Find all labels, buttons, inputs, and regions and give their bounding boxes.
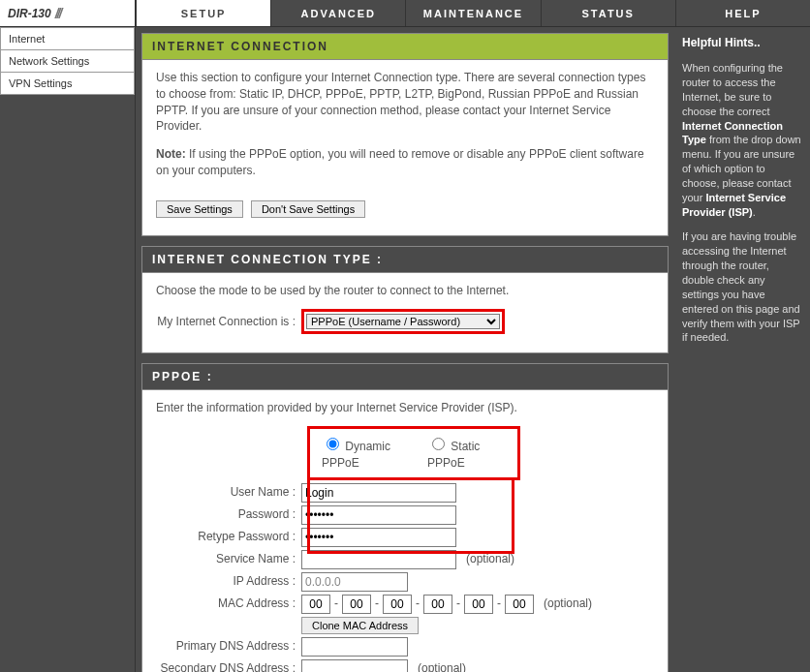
intro-note: Note: If using the PPPoE option, you wil… <box>156 146 654 179</box>
top-navigation: DIR-130 /// SETUP ADVANCED MAINTENANCE S… <box>0 0 810 27</box>
tab-maintenance[interactable]: MAINTENANCE <box>405 0 540 26</box>
help-paragraph-2: If you are having trouble accessing the … <box>682 229 802 345</box>
intro-note-label: Note: <box>156 147 186 161</box>
radio-static-pppoe-input[interactable] <box>432 438 445 450</box>
input-mac-1[interactable] <box>301 595 330 614</box>
clone-mac-button[interactable]: Clone MAC Address <box>301 617 419 634</box>
save-settings-button[interactable]: Save Settings <box>156 200 243 218</box>
label-ip-address: IP Address : <box>156 573 301 590</box>
sidebar: Internet Network Settings VPN Settings <box>0 27 136 672</box>
radio-dynamic-pppoe-input[interactable] <box>327 438 339 450</box>
main-content: INTERNET CONNECTION Use this section to … <box>136 27 674 672</box>
device-logo: DIR-130 /// <box>0 0 136 26</box>
radio-static-pppoe[interactable]: Static PPPoE <box>427 435 506 472</box>
label-primary-dns: Primary DNS Address : <box>156 638 301 655</box>
label-secondary-dns: Secondary DNS Address : <box>156 660 301 672</box>
input-service-name[interactable] <box>301 550 456 569</box>
tab-setup[interactable]: SETUP <box>136 0 270 26</box>
panel-pppoe: PPPOE : Enter the information provided b… <box>141 363 669 672</box>
help-header: Helpful Hints.. <box>682 35 802 50</box>
input-secondary-dns[interactable] <box>301 659 408 672</box>
intro-text: Use this section to configure your Inter… <box>156 70 654 135</box>
intro-note-text: If using the PPPoE option, you will need… <box>156 147 644 177</box>
sidebar-item-internet[interactable]: Internet <box>0 27 135 50</box>
sidebar-item-network-settings[interactable]: Network Settings <box>0 50 135 73</box>
pppoe-credentials-highlight: Dynamic PPPoE Static PPPoE <box>307 426 520 480</box>
label-mac-address: MAC Address : <box>156 596 301 612</box>
help-paragraph-1: When configuring the router to access th… <box>682 61 802 219</box>
panel-connection-type: INTERNET CONNECTION TYPE : Choose the mo… <box>141 246 669 354</box>
service-optional: (optional) <box>466 551 514 567</box>
input-username[interactable] <box>301 483 456 503</box>
tab-status[interactable]: STATUS <box>541 0 675 26</box>
device-model: DIR-130 <box>8 7 51 20</box>
panel-header-internet-connection: INTERNET CONNECTION <box>142 34 668 60</box>
input-mac-4[interactable] <box>423 595 452 614</box>
input-primary-dns[interactable] <box>301 637 408 657</box>
input-mac-2[interactable] <box>342 595 371 614</box>
input-mac-6[interactable] <box>505 595 534 614</box>
panel-header-connection-type: INTERNET CONNECTION TYPE : <box>142 247 668 273</box>
connection-type-select[interactable]: PPPoE (Username / Password) <box>306 314 500 329</box>
connection-type-label: My Internet Connection is : <box>156 314 301 330</box>
label-service-name: Service Name : <box>156 551 301 567</box>
label-username: User Name : <box>156 484 301 501</box>
help-panel: Helpful Hints.. When configuring the rou… <box>674 27 810 672</box>
input-ip-address[interactable] <box>301 572 408 592</box>
tab-help[interactable]: HELP <box>675 0 810 26</box>
connection-type-desc: Choose the mode to be used by the router… <box>156 283 654 299</box>
tab-advanced[interactable]: ADVANCED <box>270 0 405 26</box>
logo-slashes: /// <box>55 6 61 21</box>
pppoe-desc: Enter the information provided by your I… <box>156 400 654 416</box>
mac-optional: (optional) <box>544 596 592 612</box>
label-password: Password : <box>156 506 301 523</box>
dont-save-settings-button[interactable]: Don't Save Settings <box>251 200 365 218</box>
panel-header-pppoe: PPPOE : <box>142 364 668 390</box>
connection-type-highlight: PPPoE (Username / Password) <box>301 309 505 335</box>
input-mac-3[interactable] <box>383 595 412 614</box>
radio-dynamic-pppoe[interactable]: Dynamic PPPoE <box>322 435 414 472</box>
input-password[interactable] <box>301 505 456 525</box>
panel-internet-connection: INTERNET CONNECTION Use this section to … <box>141 33 669 236</box>
input-mac-5[interactable] <box>464 595 493 614</box>
input-retype-password[interactable] <box>301 528 456 547</box>
sdns-optional: (optional) <box>418 660 466 672</box>
sidebar-item-vpn-settings[interactable]: VPN Settings <box>0 73 135 95</box>
label-retype-password: Retype Password : <box>156 529 301 545</box>
